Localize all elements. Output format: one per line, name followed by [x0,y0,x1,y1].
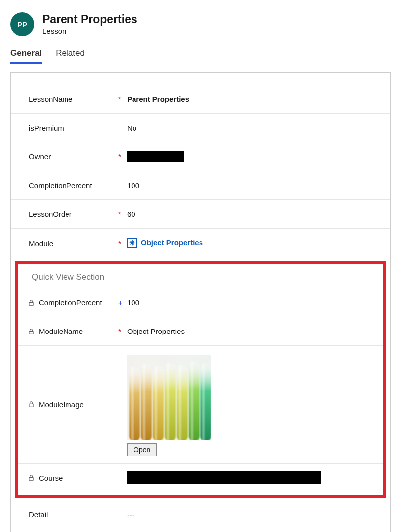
field-value: 60 [127,210,381,218]
field-label: Owner [29,152,118,161]
svg-rect-11 [131,367,134,440]
field-label: ModuleName [39,327,118,335]
section-title: Quick View Section [18,266,383,288]
svg-rect-17 [202,364,205,440]
qv-field-course: Course [18,464,383,492]
avatar: PP [10,12,34,36]
field-value: 100 [127,181,381,190]
field-value: Parent Properties [127,95,381,103]
field-value-link[interactable]: Object Properties [127,238,381,248]
lock-icon [28,401,39,408]
svg-rect-14 [167,363,169,440]
lookup-icon [127,238,137,248]
tabs: General Related [0,41,401,64]
svg-rect-16 [191,362,193,440]
avatar-initials: PP [17,20,27,29]
required-indicator: * [118,239,127,248]
field-lesson-order[interactable]: LessonOrder * 60 [11,200,390,229]
field-label: LessonName [29,95,118,103]
field-url-resource[interactable]: URLResource --- [11,529,390,532]
field-value: No [127,124,381,132]
svg-rect-10 [200,364,211,440]
svg-rect-9 [189,362,200,440]
required-indicator: * [118,210,127,218]
redacted-block [127,151,184,162]
field-label: ModuleImage [39,400,118,409]
field-lesson-name[interactable]: LessonName * Parent Properties [11,85,390,114]
open-image-button[interactable]: Open [127,443,157,456]
field-label: Detail [29,510,118,519]
required-indicator: * [118,95,127,103]
field-value [127,471,378,484]
svg-rect-12 [143,364,145,440]
svg-rect-0 [29,302,33,305]
field-value: 100 [127,298,378,307]
redacted-block [127,471,321,484]
field-detail[interactable]: Detail --- [11,500,390,529]
svg-rect-7 [165,363,176,440]
field-label: CompletionPercent [29,181,118,190]
svg-rect-6 [153,366,164,440]
field-is-premium[interactable]: isPremium No [11,114,390,142]
required-indicator: * [118,152,127,161]
lock-icon [28,474,39,481]
page-subtitle: Lesson [42,27,137,35]
field-label: isPremium [29,124,118,132]
quick-view-section: Quick View Section CompletionPercent + 1… [15,261,386,498]
required-indicator: * [118,327,127,335]
svg-rect-5 [141,364,152,440]
field-completion-percent[interactable]: CompletionPercent 100 [11,171,390,200]
svg-rect-18 [29,477,33,480]
module-image [127,355,211,440]
svg-rect-4 [129,367,140,440]
page-title: Parent Properties [42,13,137,26]
qv-field-module-name: ModuleName * Object Properties [18,317,383,346]
page-header: PP Parent Properties Lesson [0,0,401,41]
lock-icon [28,299,39,306]
field-owner[interactable]: Owner * [11,142,390,171]
field-label: Module [29,239,118,248]
svg-rect-13 [155,366,157,440]
form-panel: LessonName * Parent Properties isPremium… [10,72,391,532]
svg-rect-15 [179,365,181,440]
field-label: Course [39,474,118,482]
svg-rect-1 [29,331,33,334]
field-value: --- [127,510,381,519]
tab-general[interactable]: General [10,48,42,64]
field-module[interactable]: Module * Object Properties [11,229,390,258]
tab-related[interactable]: Related [56,48,85,64]
qv-field-module-image: ModuleImage [18,346,383,464]
svg-rect-2 [29,404,33,407]
recommended-indicator: + [118,298,127,307]
field-label: CompletionPercent [39,298,118,307]
field-label: LessonOrder [29,210,118,218]
svg-rect-8 [177,365,188,440]
field-value: Object Properties [127,327,378,335]
lock-icon [28,328,39,335]
qv-field-completion-percent: CompletionPercent + 100 [18,288,383,317]
field-value [127,151,381,162]
